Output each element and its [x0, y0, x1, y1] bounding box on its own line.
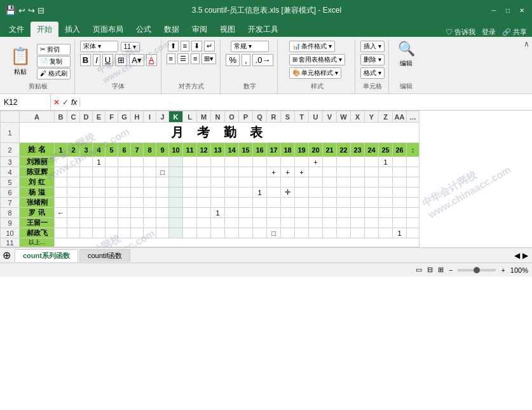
header-22[interactable]: 22 [337, 143, 351, 157]
col-header-D[interactable]: D [80, 111, 93, 123]
cell-10-V[interactable] [323, 228, 337, 238]
header-26[interactable]: 26 [393, 143, 407, 157]
cell-10-R[interactable]: □ [267, 228, 281, 238]
cell-5-N[interactable] [211, 177, 225, 188]
tab-file[interactable]: 文件 [3, 22, 31, 37]
cell-7-F[interactable] [106, 198, 118, 208]
cell-3-W[interactable] [337, 157, 351, 167]
header-4[interactable]: 4 [93, 143, 106, 157]
ribbon-collapse-btn[interactable]: ∧ [524, 39, 529, 48]
cell-9-AA[interactable] [393, 218, 407, 228]
cell-10-I[interactable] [144, 228, 156, 238]
cell-4-C[interactable] [67, 167, 80, 177]
cell-8-Z[interactable] [379, 208, 393, 218]
cell-3-R[interactable] [267, 157, 281, 167]
header-24[interactable]: 24 [365, 143, 379, 157]
cell-4-Z[interactable] [379, 167, 393, 177]
col-header-G[interactable]: G [118, 111, 131, 123]
zoom-slider[interactable] [458, 269, 496, 271]
cell-10-S[interactable] [281, 228, 295, 238]
name-cell-10[interactable]: 郝政飞 [20, 228, 55, 238]
align-right-btn[interactable]: ≡ [191, 53, 200, 64]
cell-6-I[interactable] [144, 188, 156, 198]
cell-10-H[interactable] [131, 228, 144, 238]
cell-6-M[interactable] [197, 188, 211, 198]
cell-5-U[interactable] [309, 177, 323, 188]
cell-8-J[interactable] [156, 208, 169, 218]
cell-6-F[interactable] [106, 188, 118, 198]
cell-8-I[interactable] [144, 208, 156, 218]
cell-5-T[interactable] [295, 177, 309, 188]
cell-10-M[interactable] [197, 228, 211, 238]
col-header-R[interactable]: R [267, 111, 281, 123]
cell-6-P[interactable] [239, 188, 253, 198]
sheet-tab-countif[interactable]: countif函数 [79, 249, 130, 262]
cell-6-L[interactable] [183, 188, 197, 198]
cell-9-E[interactable] [93, 218, 106, 228]
cell-4-E[interactable] [93, 167, 106, 177]
cell-7-M[interactable] [197, 198, 211, 208]
cell-4-more[interactable] [407, 167, 419, 177]
sheet-tab-count[interactable]: count系列函数 [15, 249, 78, 262]
confirm-formula-btn[interactable]: ✓ [62, 98, 69, 107]
cell-7-more[interactable] [407, 198, 419, 208]
cell-6-S[interactable]: ✛ [281, 188, 295, 198]
cell-3-S[interactable] [281, 157, 295, 167]
cell-8-Q[interactable] [253, 208, 267, 218]
tab-view[interactable]: 视图 [214, 22, 242, 37]
cell-7-I[interactable] [144, 198, 156, 208]
login[interactable]: 登录 [482, 27, 496, 37]
cell-7-R[interactable] [267, 198, 281, 208]
name-cell-5[interactable]: 刘 红 [20, 177, 55, 188]
minimize-btn[interactable]: ─ [489, 5, 499, 15]
cell-5-C[interactable] [67, 177, 80, 188]
cell-4-S[interactable]: + [281, 167, 295, 177]
cell-9-more[interactable] [407, 218, 419, 228]
cell-5-X[interactable] [351, 177, 365, 188]
font-color-btn[interactable]: A [146, 54, 157, 66]
paste-btn[interactable]: 📋 粘贴 [6, 45, 34, 78]
cell-7-D[interactable] [80, 198, 93, 208]
layout-icon[interactable]: ⊟ [38, 6, 44, 15]
cell-4-M[interactable] [197, 167, 211, 177]
col-header-AA[interactable]: AA [393, 111, 407, 123]
align-mid-btn[interactable]: ≡ [181, 41, 189, 51]
tab-page-layout[interactable]: 页面布局 [86, 22, 130, 37]
cell-7-Z[interactable] [379, 198, 393, 208]
cell-5-B[interactable] [55, 177, 67, 188]
cell-4-P[interactable] [239, 167, 253, 177]
cell-7-S[interactable] [281, 198, 295, 208]
cell-5-P[interactable] [239, 177, 253, 188]
cell-10-more[interactable] [407, 228, 419, 238]
close-btn[interactable]: ✕ [517, 5, 527, 15]
view-layout-btn[interactable]: ⊟ [427, 266, 433, 274]
cell-9-H[interactable] [131, 218, 144, 228]
cell-8-H[interactable] [131, 208, 144, 218]
cell-10-F[interactable] [106, 228, 118, 238]
cell-10-Q[interactable] [253, 228, 267, 238]
search-icon[interactable]: 🔍 [398, 41, 415, 57]
cell-4-O[interactable] [225, 167, 239, 177]
cell-7-Q[interactable] [253, 198, 267, 208]
cell-7-W[interactable] [337, 198, 351, 208]
cell-8-F[interactable] [106, 208, 118, 218]
restore-btn[interactable]: □ [503, 5, 513, 15]
cell-9-S[interactable] [281, 218, 295, 228]
cell-9-K[interactable] [169, 218, 183, 228]
cancel-formula-btn[interactable]: ✕ [53, 98, 60, 107]
zoom-out-btn[interactable]: − [449, 266, 453, 274]
cell-8-AA[interactable] [393, 208, 407, 218]
cell-5-L[interactable] [183, 177, 197, 188]
cell-4-W[interactable] [337, 167, 351, 177]
col-header-L[interactable]: L [183, 111, 197, 123]
header-2[interactable]: 2 [67, 143, 80, 157]
cell-5-I[interactable] [144, 177, 156, 188]
tab-data[interactable]: 数据 [158, 22, 186, 37]
col-header-more[interactable]: … [407, 111, 419, 123]
cell-4-T[interactable]: + [295, 167, 309, 177]
scroll-right-btn[interactable]: ▶ [522, 251, 528, 260]
cell-3-T[interactable] [295, 157, 309, 167]
fill-color-btn[interactable]: A▾ [129, 54, 144, 66]
cell-3-V[interactable] [323, 157, 337, 167]
undo-btn[interactable]: ↩ [18, 6, 25, 15]
